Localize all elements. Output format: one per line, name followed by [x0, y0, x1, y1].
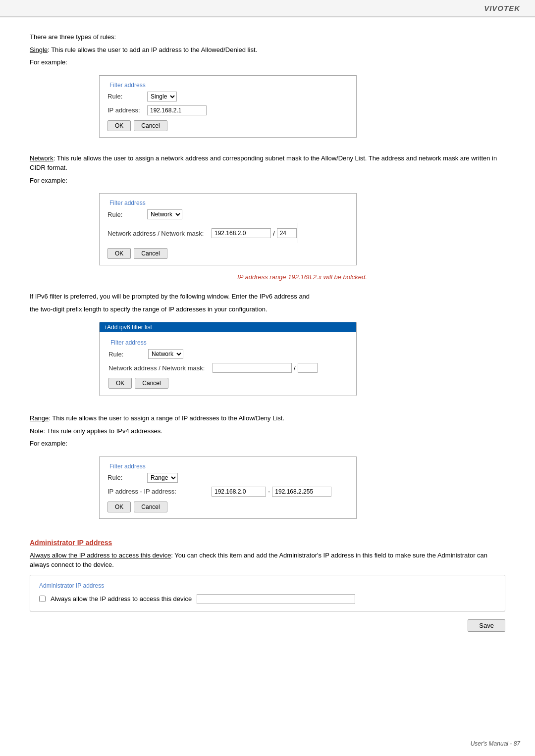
- network-section: Network: This rule allows the user to as…: [30, 153, 505, 281]
- rule-row-single: Rule: Single: [107, 92, 348, 101]
- admin-checkbox-label: Always allow the IP address to access th…: [51, 595, 192, 603]
- page-content: There are three types of rules: Single: …: [0, 17, 535, 661]
- range-note1: Note: This rule only applies to IPv4 add…: [30, 426, 505, 436]
- always-term: Always allow the IP address to access th…: [30, 552, 171, 559]
- rule-select-ipv6[interactable]: Network: [148, 349, 183, 359]
- ipv6-intro-1: If IPv6 filter is preferred, you will be…: [30, 292, 505, 302]
- filter-legend-1: Filter address: [107, 82, 348, 89]
- range-term: Range: [30, 414, 49, 422]
- rule-label-3: Rule:: [107, 474, 147, 481]
- net-label: Network address / Network mask:: [107, 230, 212, 237]
- ok-button-network[interactable]: OK: [107, 248, 131, 259]
- vertical-divider: [298, 223, 298, 243]
- rule-label-1: Rule:: [107, 93, 147, 100]
- ok-button-single[interactable]: OK: [107, 120, 131, 131]
- ip-to-input[interactable]: [272, 487, 331, 497]
- footer-text: User's Manual - 87: [471, 740, 520, 747]
- ipv6-inner: Filter address Rule: Network Network add…: [100, 332, 356, 396]
- ip-from-input[interactable]: [212, 487, 266, 497]
- save-row: Save: [30, 619, 505, 632]
- mask-input[interactable]: [277, 228, 297, 238]
- admin-heading: Administrator IP address: [30, 539, 505, 547]
- ipv6-section: If IPv6 filter is preferred, you will be…: [30, 292, 505, 403]
- admin-ip-box: Administrator IP address Always allow th…: [30, 575, 505, 611]
- rule-row-ipv6: Rule: Network: [108, 349, 347, 359]
- rule-row-range: Rule: Range: [107, 473, 348, 483]
- ip-row-single: IP address:: [107, 105, 348, 115]
- btn-row-ipv6: OK Cancel: [108, 378, 347, 389]
- ipv6-intro-2: the two-digit prefix length to specify t…: [30, 304, 505, 314]
- admin-legend: Administrator IP address: [39, 582, 496, 589]
- cancel-button-ipv6[interactable]: Cancel: [135, 378, 168, 389]
- ipv6-dialog-box: +Add ipv6 filter list Filter address Rul…: [99, 322, 357, 396]
- cancel-button-range[interactable]: Cancel: [134, 502, 167, 512]
- ip-range-note: IP address range 192.168.2.x will be bol…: [99, 273, 505, 281]
- ipv6-dialog-title: +Add ipv6 filter list: [100, 322, 356, 332]
- ip-range-label: IP address - IP address:: [107, 488, 212, 495]
- brand-logo: VIVOTEK: [484, 4, 520, 12]
- ip-range-row: IP address - IP address: -: [107, 487, 348, 497]
- for-example-3: For example:: [30, 439, 505, 449]
- rule-label-ipv6: Rule:: [108, 351, 148, 358]
- rule-select-single[interactable]: Single: [147, 92, 177, 101]
- filter-address-box-range: Filter address Rule: Range IP address - …: [99, 456, 357, 519]
- page-footer: User's Manual - 87: [471, 740, 520, 747]
- admin-section: Administrator IP address Always allow th…: [30, 539, 505, 632]
- rule-select-network[interactable]: Network: [147, 209, 182, 219]
- btn-row-network: OK Cancel: [107, 248, 348, 259]
- rule-select-range[interactable]: Range: [147, 473, 178, 483]
- btn-row-range: OK Cancel: [107, 502, 348, 512]
- single-desc: : This rule allows the user to add an IP…: [48, 46, 257, 53]
- single-description: Single: This rule allows the user to add…: [30, 45, 505, 55]
- net-mask-row: Network address / Network mask: /: [107, 223, 348, 243]
- ok-button-ipv6[interactable]: OK: [108, 378, 132, 389]
- ok-button-range[interactable]: OK: [107, 502, 131, 512]
- range-section: Range: This rule allows the user to assi…: [30, 413, 505, 524]
- filter-address-box-single: Filter address Rule: Single IP address: …: [99, 75, 357, 138]
- save-button[interactable]: Save: [468, 619, 505, 632]
- cancel-button-single[interactable]: Cancel: [134, 120, 167, 131]
- for-example-2: For example:: [30, 176, 505, 186]
- range-description: Range: This rule allows the user to assi…: [30, 413, 505, 423]
- filter-legend-2: Filter address: [107, 200, 348, 206]
- for-example-1: For example:: [30, 57, 505, 67]
- admin-checkbox[interactable]: [39, 596, 46, 602]
- ip-label-1: IP address:: [107, 106, 147, 114]
- net-input[interactable]: [212, 228, 271, 238]
- network-desc: : This rule allows the user to assign a …: [30, 154, 497, 172]
- mask-input-ipv6[interactable]: [298, 363, 318, 373]
- rule-row-network: Rule: Network: [107, 209, 348, 219]
- network-description: Network: This rule allows the user to as…: [30, 153, 505, 173]
- intro-line1: There are three types of rules:: [30, 32, 505, 42]
- net-mask-row-ipv6: Network address / Network mask: /: [108, 363, 347, 373]
- admin-row: Always allow the IP address to access th…: [39, 594, 496, 604]
- filter-legend-3: Filter address: [107, 463, 348, 470]
- btn-row-single: OK Cancel: [107, 120, 348, 131]
- admin-ip-input[interactable]: [197, 594, 355, 604]
- network-term: Network: [30, 154, 54, 162]
- cancel-button-network[interactable]: Cancel: [134, 248, 167, 259]
- filter-legend-ipv6: Filter address: [108, 339, 347, 346]
- admin-description: Always allow the IP address to access th…: [30, 551, 505, 570]
- range-desc: : This rule allows the user to assign a …: [49, 414, 284, 422]
- net-input-ipv6[interactable]: [213, 363, 292, 373]
- net-label-ipv6: Network address / Network mask:: [108, 364, 213, 372]
- ip-input-single[interactable]: [147, 105, 207, 115]
- single-term: Single: [30, 46, 48, 53]
- page-header: VIVOTEK: [0, 0, 535, 17]
- filter-address-box-network: Filter address Rule: Network Network add…: [99, 193, 357, 265]
- rule-label-2: Rule:: [107, 211, 147, 218]
